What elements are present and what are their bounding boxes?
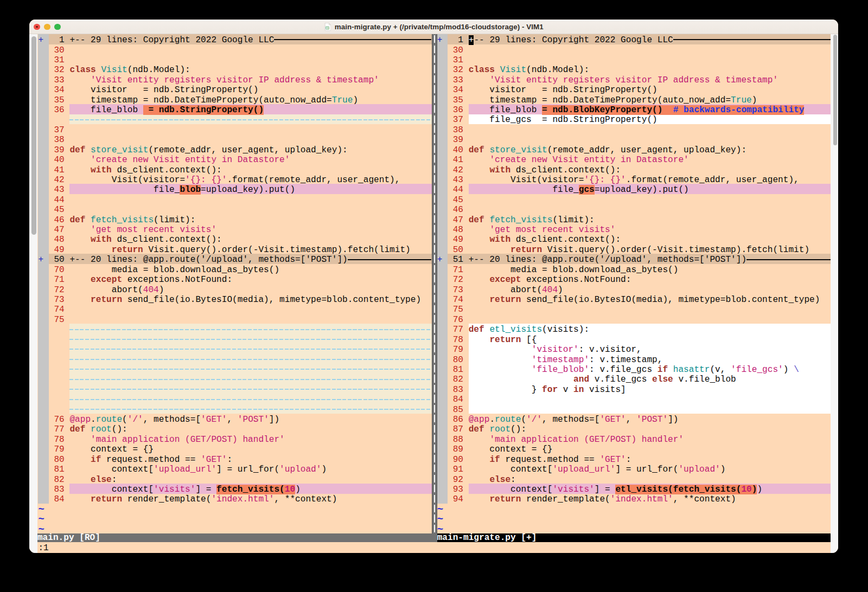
svg-text:py: py [326, 27, 329, 29]
